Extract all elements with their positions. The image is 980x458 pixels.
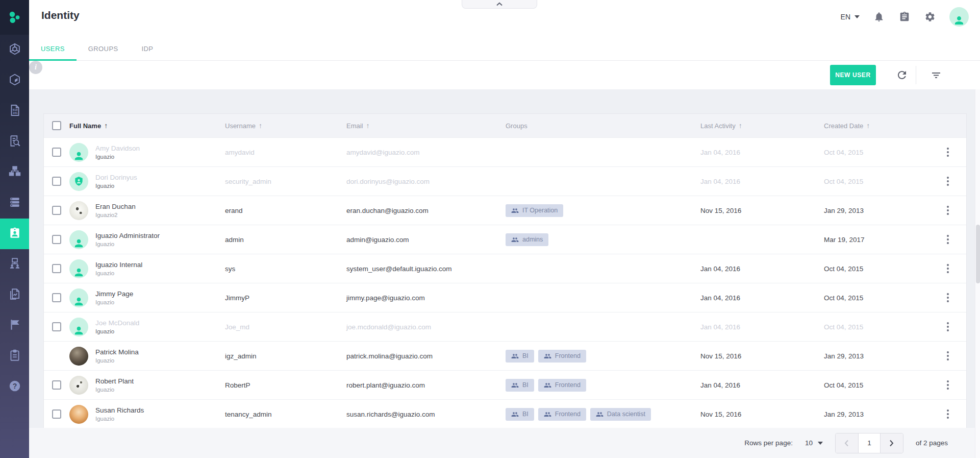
filter-icon[interactable] xyxy=(929,68,943,82)
row-actions-kebab-icon[interactable] xyxy=(942,321,954,333)
row-avatar-teal-person xyxy=(69,259,88,278)
kebab-dot xyxy=(947,417,949,419)
refresh-icon[interactable] xyxy=(895,68,909,82)
group-icon xyxy=(511,411,519,418)
kebab-dot xyxy=(947,388,949,390)
select-all-checkbox[interactable] xyxy=(52,121,61,130)
row-checkbox[interactable] xyxy=(52,409,61,419)
name-block: Eran DuchanIguazio2 xyxy=(95,203,136,218)
sidebar-item-events-clipboard[interactable] xyxy=(0,341,29,372)
email-cell: amydavid@iguazio.com xyxy=(346,149,506,156)
row-menu-cell xyxy=(934,379,966,391)
tasks-clipboard-icon[interactable] xyxy=(898,11,911,23)
last-activity-cell: Jan 04, 2016 xyxy=(700,178,824,185)
row-checkbox[interactable] xyxy=(52,235,61,244)
user-avatar[interactable] xyxy=(949,7,969,27)
browse-document-search-icon xyxy=(8,134,21,150)
previous-page-button[interactable] xyxy=(836,433,858,453)
row-checkbox[interactable] xyxy=(52,148,61,157)
network-monitors-icon xyxy=(8,165,21,180)
kebab-dot xyxy=(947,242,949,244)
column-header-email[interactable]: Email↑ xyxy=(346,122,506,130)
settings-gear-icon[interactable] xyxy=(924,11,936,23)
group-icon xyxy=(511,207,519,214)
group-chip-label: IT Operation xyxy=(522,207,558,214)
sidebar-item-data-binary-file[interactable]: 010101 xyxy=(0,96,29,127)
info-icon[interactable]: i xyxy=(29,61,42,74)
logo-icon xyxy=(7,10,22,25)
row-checkbox[interactable] xyxy=(52,206,61,215)
table-row[interactable]: Iguazio AdministratorIguazioadminadmin@i… xyxy=(44,225,966,254)
full-name-cell: Jimmy PageIguazio xyxy=(69,288,225,307)
last-activity-cell: Nov 15, 2016 xyxy=(700,352,824,360)
table-row[interactable]: Robert PlantIguazioRobertProbert.plant@i… xyxy=(44,370,966,399)
row-checkbox[interactable] xyxy=(52,293,61,302)
identity-badge-icon xyxy=(8,226,21,242)
row-menu-cell xyxy=(934,262,966,275)
email-cell: eran.duchan@iguazio.com xyxy=(346,207,506,214)
row-actions-kebab-icon[interactable] xyxy=(942,204,954,216)
email-cell: jimmy.page@iguazio.com xyxy=(346,294,506,302)
sidebar-item-identity-badge[interactable] xyxy=(0,219,29,249)
flag-icon xyxy=(8,318,21,333)
table-row[interactable]: Susan RichardsIguaziotenancy_adminsusan.… xyxy=(44,399,966,428)
sidebar-item-storage-servers[interactable] xyxy=(0,188,29,219)
notifications-bell-icon[interactable] xyxy=(873,11,885,23)
table-row[interactable]: Amy DavidsonIguazioamydavidamydavid@igua… xyxy=(44,137,966,166)
column-header-full-name[interactable]: Full Name↑ xyxy=(69,122,225,130)
row-checkbox-cell xyxy=(44,148,69,157)
sidebar-item-browse-document-search[interactable] xyxy=(0,127,29,157)
sidebar-item-services-hexagon[interactable] xyxy=(0,35,29,65)
sidebar-item-containers-box[interactable] xyxy=(0,65,29,96)
column-label: Groups xyxy=(506,122,527,130)
tab-groups[interactable]: GROUPS xyxy=(77,45,130,60)
iguazio-logo[interactable] xyxy=(0,0,29,35)
row-actions-kebab-icon[interactable] xyxy=(942,292,954,304)
row-actions-kebab-icon[interactable] xyxy=(942,350,954,362)
table-row[interactable]: Patrick MolinaIguazioigz_adminpatrick.mo… xyxy=(44,341,966,370)
row-checkbox[interactable] xyxy=(52,380,61,390)
scrollbar-track[interactable] xyxy=(975,89,980,458)
next-page-button[interactable] xyxy=(881,433,903,453)
column-header-username[interactable]: Username↑ xyxy=(225,122,346,130)
table-row[interactable]: Iguazio InternalIguaziosyssystem_user@de… xyxy=(44,254,966,283)
row-actions-kebab-icon[interactable] xyxy=(942,233,954,246)
column-label: Email xyxy=(346,122,363,130)
kebab-dot xyxy=(947,184,949,186)
row-actions-kebab-icon[interactable] xyxy=(942,146,954,158)
row-checkbox[interactable] xyxy=(52,177,61,186)
sidebar-item-network-monitors[interactable] xyxy=(0,157,29,188)
sidebar-item-flag[interactable] xyxy=(0,310,29,341)
scrollbar-thumb[interactable] xyxy=(976,225,980,283)
table-row[interactable]: Joe McDonaldIguazioJoe_mdjoe.mcdonald@ig… xyxy=(44,312,966,341)
sidebar-item-help-question[interactable]: ? xyxy=(0,372,29,402)
row-actions-kebab-icon[interactable] xyxy=(942,175,954,187)
tab-users[interactable]: USERS xyxy=(29,45,77,60)
row-actions-kebab-icon[interactable] xyxy=(942,379,954,391)
table-row[interactable]: Jimmy PageIguazioJimmyPjimmy.page@iguazi… xyxy=(44,283,966,312)
rows-per-page-select[interactable]: 10 xyxy=(805,439,823,447)
chevron-up-icon xyxy=(496,2,503,6)
sidebar-item-reports-documents[interactable] xyxy=(0,280,29,310)
table-row[interactable]: Eran DuchanIguazio2eranderan.duchan@igua… xyxy=(44,196,966,225)
person-icon xyxy=(953,14,965,27)
kebab-dot xyxy=(947,177,949,179)
sort-arrow-icon: ↑ xyxy=(104,122,108,130)
kebab-dot xyxy=(947,238,949,240)
kebab-dot xyxy=(947,329,949,331)
row-actions-kebab-icon[interactable] xyxy=(942,262,954,275)
new-user-button[interactable]: NEW USER xyxy=(830,65,876,85)
row-checkbox[interactable] xyxy=(52,322,61,331)
table-row[interactable]: Dori DorinyusIguaziosecurity_admindori.d… xyxy=(44,166,966,196)
current-page-box[interactable]: 1 xyxy=(858,433,881,453)
language-selector[interactable]: EN xyxy=(841,13,860,21)
column-header-last-activity[interactable]: Last Activity↑ xyxy=(700,122,824,130)
row-checkbox[interactable] xyxy=(52,264,61,273)
collapse-header-button[interactable] xyxy=(462,0,537,9)
row-checkbox-cell xyxy=(44,380,69,390)
full-name-text: Dori Dorinyus xyxy=(95,174,137,181)
tab-idp[interactable]: IDP xyxy=(130,45,165,60)
row-actions-kebab-icon[interactable] xyxy=(942,408,954,420)
column-header-created-date[interactable]: Created Date↑ xyxy=(824,122,934,130)
sidebar-item-org-users-monitor[interactable] xyxy=(0,249,29,280)
